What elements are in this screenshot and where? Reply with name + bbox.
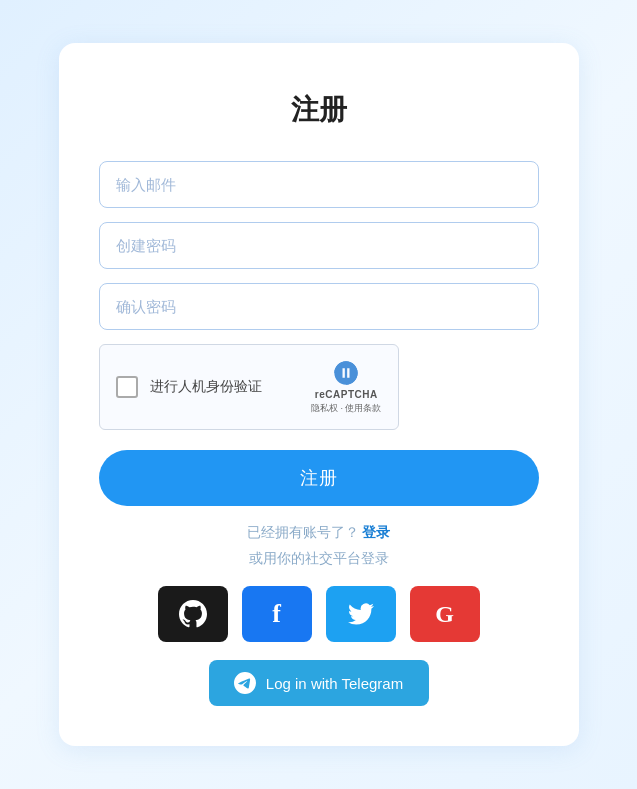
twitter-icon xyxy=(348,601,374,627)
social-label: 或用你的社交平台登录 xyxy=(99,550,539,568)
twitter-button[interactable] xyxy=(326,586,396,642)
confirm-password-field[interactable] xyxy=(99,283,539,330)
recaptcha-icon xyxy=(332,359,360,387)
captcha-label: 进行人机身份验证 xyxy=(150,378,262,396)
github-button[interactable] xyxy=(158,586,228,642)
captcha-checkbox[interactable] xyxy=(116,376,138,398)
captcha-left: 进行人机身份验证 xyxy=(116,376,262,398)
email-field[interactable] xyxy=(99,161,539,208)
captcha-right: reCAPTCHA 隐私权 · 使用条款 xyxy=(311,359,382,415)
telegram-button[interactable]: Log in with Telegram xyxy=(209,660,429,706)
telegram-icon xyxy=(234,672,256,694)
google-button[interactable]: G xyxy=(410,586,480,642)
login-hint: 已经拥有账号了？ 登录 xyxy=(99,524,539,542)
github-icon xyxy=(179,600,207,628)
google-icon: G xyxy=(435,601,454,628)
page-title: 注册 xyxy=(99,91,539,129)
telegram-button-label: Log in with Telegram xyxy=(266,675,403,692)
password-field[interactable] xyxy=(99,222,539,269)
facebook-button[interactable]: f xyxy=(242,586,312,642)
social-icons-row: f G xyxy=(99,586,539,642)
facebook-icon: f xyxy=(272,599,281,629)
recaptcha-brand: reCAPTCHA xyxy=(315,389,378,400)
captcha-widget[interactable]: 进行人机身份验证 reCAPTCHA 隐私权 · 使用条款 xyxy=(99,344,399,430)
register-card: 注册 进行人机身份验证 reCAPTCHA 隐私权 · 使用条款 注册 已经拥有… xyxy=(59,43,579,746)
login-link[interactable]: 登录 xyxy=(362,524,390,540)
register-button[interactable]: 注册 xyxy=(99,450,539,506)
recaptcha-links: 隐私权 · 使用条款 xyxy=(311,402,382,415)
